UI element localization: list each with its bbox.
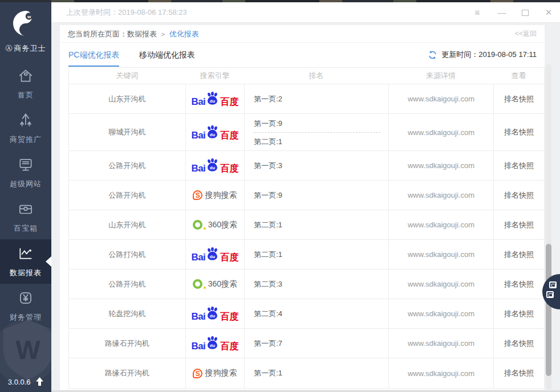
rank-cell: 第一页:9第二页:1 xyxy=(244,114,388,150)
baidu-logo-icon: Baidu百度 xyxy=(191,158,238,173)
view-cell: 排名快照 xyxy=(493,114,544,150)
report-chart-icon xyxy=(0,245,51,264)
sidebar-item-label: 首页 xyxy=(0,90,51,100)
baidu-cn-text: 百度 xyxy=(220,253,238,262)
tab-mobile-report[interactable]: 移动端优化报表 xyxy=(139,50,195,66)
svg-text:du: du xyxy=(210,313,216,318)
header-rank: 排名 xyxy=(244,68,388,84)
svg-text:du: du xyxy=(210,99,216,104)
rank-cell: 第二页:1 xyxy=(244,240,388,269)
rank-cell: 第二页:1 xyxy=(244,210,388,239)
so360-label-text: 360搜索 xyxy=(208,220,237,230)
so360-logo-icon: 360搜索 xyxy=(193,220,237,230)
brand-name: Ⓐ商务卫士 xyxy=(0,43,51,54)
engine-cell: Baidu百度 xyxy=(185,299,245,328)
baidu-logo-icon: Baidu百度 xyxy=(191,247,238,262)
table-header: 关键词 搜索引擎 排名 来源详情 查看 xyxy=(69,68,544,84)
source-cell: www.sdkaigouji.com xyxy=(388,329,494,358)
keyword-cell: 公路开沟机 xyxy=(69,270,185,299)
sogou-label-text: 搜狗搜索 xyxy=(205,368,237,378)
version-row: 3.0.0.6 xyxy=(0,377,51,387)
engine-cell: Baidu百度 xyxy=(185,84,245,113)
snapshot-link[interactable]: 排名快照 xyxy=(504,94,534,104)
sidebar-item-data-report[interactable]: 数据报表 xyxy=(0,239,51,284)
rank-text: 第一页:9 xyxy=(254,115,380,132)
rank-text: 第一页:1 xyxy=(254,368,282,378)
sidebar-item-promotion[interactable]: 商贸推广 xyxy=(0,106,51,150)
tab-pc-report[interactable]: PC端优化报表 xyxy=(68,50,119,67)
sidebar-item-finance[interactable]: 财务管理 xyxy=(0,284,51,328)
keyword-cell: 公路打沟机 xyxy=(69,240,185,269)
sidebar-item-toolbox[interactable]: 百宝箱 xyxy=(0,195,51,239)
table-row: 聊城开沟机Baidu百度第一页:9第二页:1www.sdkaigouji.com… xyxy=(69,114,544,151)
svg-text:w: w xyxy=(27,14,31,19)
breadcrumb-section: 数据报表 xyxy=(127,30,157,38)
menu-icon[interactable]: ≡ xyxy=(473,8,482,17)
sogou-s-icon: S xyxy=(193,369,202,378)
rank-cell: 第一页:1 xyxy=(244,358,388,388)
source-cell: www.sdkaigouji.com xyxy=(388,181,494,210)
snapshot-link[interactable]: 排名快照 xyxy=(504,279,534,289)
rank-text: 第一页:7 xyxy=(254,338,282,349)
snapshot-link[interactable]: 排名快照 xyxy=(504,127,534,137)
baidu-cn-text: 百度 xyxy=(220,97,238,107)
trademark-badge-icon: Ⓐ xyxy=(6,44,13,52)
ranking-table: 关键词 搜索引擎 排名 来源详情 查看 山东开沟机Baidu百度第一页:2www… xyxy=(68,67,545,389)
header-keyword: 关键词 xyxy=(69,68,185,84)
vertical-scrollbar-track[interactable] xyxy=(546,64,551,390)
active-item-notch xyxy=(46,256,51,267)
table-body: 山东开沟机Baidu百度第一页:2www.sdkaigouji.com排名快照聊… xyxy=(69,84,544,388)
svg-text:du: du xyxy=(210,254,216,259)
baidu-paw-icon: du xyxy=(206,247,219,262)
refresh-icon[interactable] xyxy=(428,50,437,60)
baidu-logo-icon: Baidu百度 xyxy=(191,91,238,107)
snapshot-link[interactable]: 排名快照 xyxy=(504,368,534,378)
rank-cell: 第一页:9 xyxy=(244,181,388,210)
close-icon[interactable]: ✕ xyxy=(544,8,553,17)
snapshot-link[interactable]: 排名快照 xyxy=(504,338,534,349)
keyword-cell: 路缘石开沟机 xyxy=(69,358,185,388)
promotion-arrows-icon xyxy=(0,112,51,131)
so360-label-text: 360搜索 xyxy=(208,279,237,289)
version-number: 3.0.0.6 xyxy=(8,378,31,386)
snapshot-link[interactable]: 排名快照 xyxy=(504,309,534,319)
keyword-cell: 聊城开沟机 xyxy=(69,114,185,150)
svg-text:du: du xyxy=(210,343,216,348)
keyword-cell: 山东开沟机 xyxy=(69,84,185,113)
minimize-icon[interactable]: — xyxy=(497,8,506,17)
baidu-paw-icon: du xyxy=(206,336,219,351)
baidu-logo-icon: Baidu百度 xyxy=(191,125,238,140)
view-cell: 排名快照 xyxy=(493,299,544,328)
snapshot-link[interactable]: 排名快照 xyxy=(504,190,534,201)
svg-text:du: du xyxy=(210,132,216,137)
update-arrow-icon[interactable] xyxy=(36,377,43,387)
title-bar: 上次登录时间：2019-08-06 17:58:23 ≡ — ✕ xyxy=(51,2,560,23)
table-row: 山东开沟机360搜索第二页:1www.sdkaigouji.com排名快照 xyxy=(69,210,544,240)
baidu-bai-text: Bai xyxy=(191,130,205,140)
sidebar-item-website[interactable]: 超级网站 xyxy=(0,150,51,195)
so360-ring-icon xyxy=(193,220,202,230)
maximize-icon[interactable] xyxy=(522,10,529,16)
svg-text:W: W xyxy=(15,335,40,365)
vertical-scrollbar-thumb[interactable] xyxy=(546,244,551,376)
snapshot-link[interactable]: 排名快照 xyxy=(504,220,534,230)
view-cell: 排名快照 xyxy=(493,151,544,180)
baidu-paw-icon: du xyxy=(206,125,219,140)
sidebar-item-home[interactable]: 首页 xyxy=(0,62,51,106)
source-cell: www.sdkaigouji.com xyxy=(388,299,494,328)
source-url: www.sdkaigouji.com xyxy=(408,250,474,259)
snapshot-link[interactable]: 排名快照 xyxy=(504,250,534,260)
rank-cell: 第二页:3 xyxy=(244,270,388,299)
source-url: www.sdkaigouji.com xyxy=(408,128,474,137)
breadcrumb: 您当前所在页面：数据报表 > 优化报表 <<返回 xyxy=(60,25,545,43)
snapshot-link[interactable]: 排名快照 xyxy=(504,161,534,171)
engine-cell: Baidu百度 xyxy=(185,240,245,269)
so360-dot-icon xyxy=(204,227,206,230)
back-link[interactable]: <<返回 xyxy=(515,25,537,43)
breadcrumb-current[interactable]: 优化报表 xyxy=(169,30,199,38)
source-cell: www.sdkaigouji.com xyxy=(388,210,494,239)
keyword-text: 山东开沟机 xyxy=(108,220,145,230)
view-cell: 排名快照 xyxy=(493,210,544,239)
source-url: www.sdkaigouji.com xyxy=(408,339,474,348)
qr-code-float-button[interactable] xyxy=(542,274,560,309)
